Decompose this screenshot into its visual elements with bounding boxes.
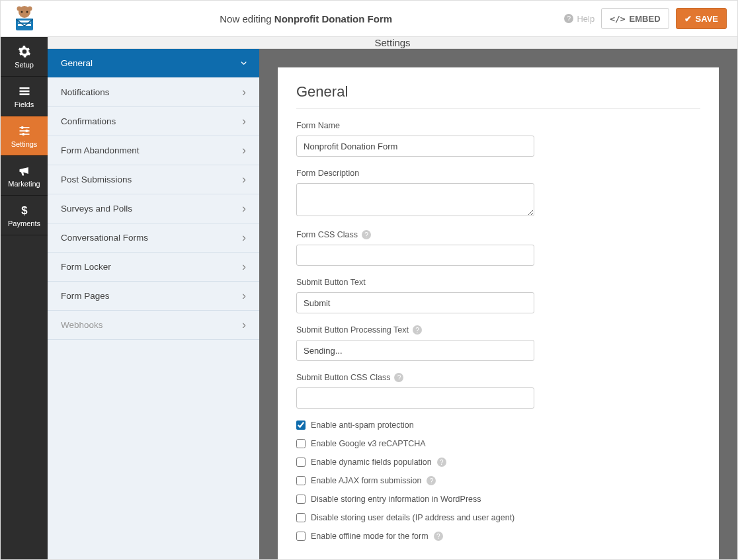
check-row: Disable storing user details (IP address… (296, 513, 700, 522)
check-row: Enable AJAX form submission? (296, 476, 700, 485)
help-icon[interactable]: ? (434, 532, 443, 541)
help-text: Help (577, 14, 594, 24)
form-panel: General Form Name Form Description Form … (278, 67, 719, 560)
check-row: Enable Google v3 reCAPTCHA (296, 439, 700, 448)
settings-item-post-submissions[interactable]: Post Submissions› (48, 165, 259, 194)
settings-item-label: Notifications (61, 87, 110, 97)
help-link[interactable]: ? Help (564, 14, 594, 24)
settings-header-bar: Settings (48, 37, 737, 49)
logo-icon (11, 5, 38, 32)
submit-proc-label: Submit Button Processing Text ? (296, 325, 700, 335)
sliders-icon (18, 124, 31, 138)
svg-rect-9 (19, 87, 29, 89)
chevron-right-icon: › (242, 85, 246, 99)
submit-css-input[interactable] (296, 387, 534, 409)
chevron-right-icon: › (237, 61, 251, 65)
save-label: SAVE (696, 14, 718, 24)
dollar-icon: $ (18, 204, 31, 217)
main-layout: Setup Fields Settings Marketing $ Paymen… (1, 37, 737, 559)
embed-button[interactable]: </> EMBED (601, 8, 669, 29)
settings-item-general[interactable]: General› (48, 49, 259, 78)
checkbox[interactable] (296, 420, 306, 430)
submit-proc-label-text: Submit Button Processing Text (296, 325, 409, 335)
content-area: Settings General›Notifications›Confirmat… (48, 37, 737, 559)
submit-css-label: Submit Button CSS Class ? (296, 373, 700, 382)
chevron-right-icon: › (242, 143, 246, 157)
embed-label: EMBED (630, 14, 661, 24)
chevron-right-icon: › (242, 289, 246, 303)
check-row: Disable storing entry information in Wor… (296, 495, 700, 504)
settings-body: General›Notifications›Confirmations›Form… (48, 49, 737, 560)
submit-text-input[interactable] (296, 292, 534, 313)
nav-marketing[interactable]: Marketing (1, 156, 48, 196)
save-button[interactable]: ✔ SAVE (676, 8, 727, 29)
checkbox[interactable] (296, 439, 306, 448)
submit-text-label: Submit Button Text (296, 278, 700, 287)
nav-settings[interactable]: Settings (1, 116, 48, 156)
logo-area (1, 1, 48, 37)
checkbox[interactable] (296, 513, 306, 522)
check-label: Enable offline mode for the form (311, 532, 429, 541)
checkbox[interactable] (296, 532, 306, 541)
checks-container: Enable anti-spam protectionEnable Google… (296, 420, 700, 541)
chevron-right-icon: › (242, 318, 246, 332)
settings-item-label: Webhooks (61, 320, 103, 330)
settings-item-form-abandonment[interactable]: Form Abandonment› (48, 136, 259, 165)
form-panel-wrap: General Form Name Form Description Form … (259, 49, 737, 560)
help-icon[interactable]: ? (362, 230, 371, 239)
check-label: Enable Google v3 reCAPTCHA (311, 439, 426, 448)
svg-point-13 (20, 126, 23, 128)
check-label: Enable anti-spam protection (311, 420, 414, 430)
settings-item-conversational-forms[interactable]: Conversational Forms› (48, 223, 259, 253)
submit-proc-input[interactable] (296, 340, 534, 361)
editing-header: Now editing Nonprofit Donation Form (48, 13, 564, 24)
checkbox[interactable] (296, 458, 306, 467)
settings-header-text: Settings (374, 37, 410, 48)
check-label: Disable storing user details (IP address… (311, 513, 514, 522)
nav-fields-label: Fields (15, 100, 34, 108)
help-icon[interactable]: ? (413, 325, 422, 335)
help-icon[interactable]: ? (394, 373, 403, 382)
settings-item-form-pages[interactable]: Form Pages› (48, 282, 259, 311)
svg-point-3 (20, 11, 22, 13)
settings-item-form-locker[interactable]: Form Locker› (48, 253, 259, 282)
nav-fields[interactable]: Fields (1, 77, 48, 116)
svg-point-17 (22, 132, 24, 135)
chevron-right-icon: › (242, 114, 246, 128)
settings-item-webhooks[interactable]: Webhooks› (48, 311, 259, 340)
svg-point-4 (26, 11, 28, 13)
editing-form-title: Nonprofit Donation Form (274, 13, 392, 24)
nav-setup[interactable]: Setup (1, 37, 48, 77)
megaphone-icon (18, 164, 31, 177)
field-form-desc: Form Description (296, 169, 700, 218)
list-icon (18, 85, 31, 98)
chevron-right-icon: › (242, 173, 246, 186)
help-icon: ? (564, 14, 573, 23)
form-name-input[interactable] (296, 136, 534, 157)
code-icon: </> (610, 14, 625, 24)
checkbox[interactable] (296, 476, 306, 485)
css-class-input[interactable] (296, 245, 534, 266)
nav-payments[interactable]: $ Payments (1, 196, 48, 235)
form-desc-label: Form Description (296, 169, 700, 178)
chevron-right-icon: › (242, 202, 246, 216)
field-css-class: Form CSS Class ? (296, 230, 700, 266)
svg-text:$: $ (21, 204, 28, 216)
settings-item-confirmations[interactable]: Confirmations› (48, 107, 259, 136)
field-form-name: Form Name (296, 121, 700, 157)
form-desc-input[interactable] (296, 183, 534, 216)
help-icon[interactable]: ? (437, 458, 446, 467)
check-row: Enable offline mode for the form? (296, 532, 700, 541)
settings-item-label: Form Pages (61, 291, 110, 301)
settings-item-notifications[interactable]: Notifications› (48, 78, 259, 107)
nav-marketing-label: Marketing (8, 180, 40, 188)
check-label: Enable dynamic fields population (311, 458, 432, 467)
nav-payments-label: Payments (8, 220, 40, 227)
checkbox[interactable] (296, 495, 306, 504)
help-icon[interactable]: ? (427, 476, 436, 485)
check-row: Enable anti-spam protection (296, 420, 700, 430)
settings-item-label: Confirmations (61, 116, 116, 126)
field-submit-proc: Submit Button Processing Text ? (296, 325, 700, 361)
check-label: Disable storing entry information in Wor… (311, 495, 481, 504)
settings-item-surveys-and-polls[interactable]: Surveys and Polls› (48, 194, 259, 223)
